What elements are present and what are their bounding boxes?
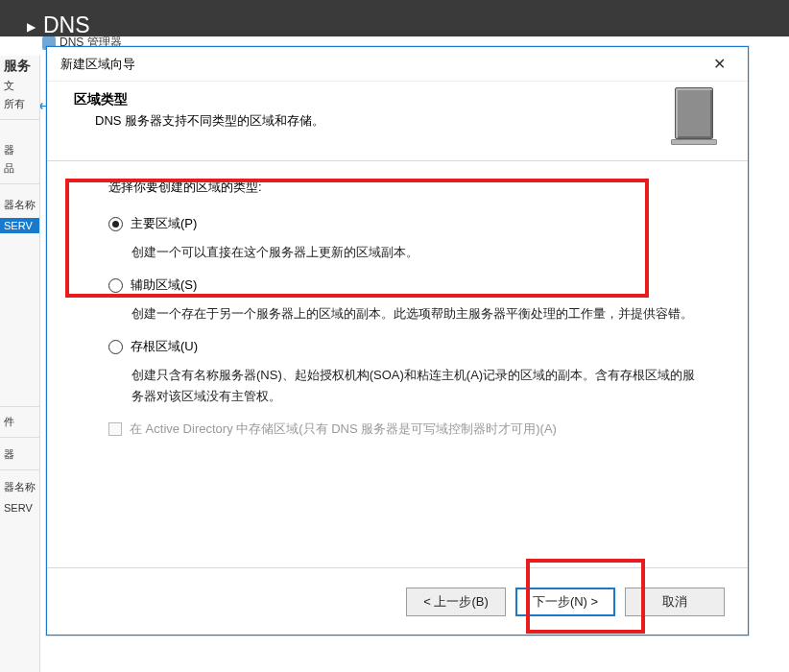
header-subtitle: DNS 服务器支持不同类型的区域和存储。 [95, 112, 665, 130]
option-stub-desc: 创建只含有名称服务器(NS)、起始授权机构(SOA)和粘连主机(A)记录的区域的… [132, 365, 705, 407]
header-title: 区域类型 [74, 91, 665, 108]
bg-app-title: DNS [43, 14, 90, 36]
left-item: 所有 [0, 95, 39, 113]
server-icon [675, 87, 729, 145]
dialog-titlebar: 新建区域向导 ✕ [47, 47, 748, 82]
left-item: 器名称 [0, 196, 39, 214]
left-item: 品 [0, 159, 39, 178]
wizard-dialog: 新建区域向导 ✕ 区域类型 DNS 服务器支持不同类型的区域和存储。 选择你要创… [46, 46, 749, 636]
left-item: 文 [0, 77, 39, 95]
dialog-header: 区域类型 DNS 服务器支持不同类型的区域和存储。 [47, 82, 748, 161]
left-item: 服务 [0, 56, 39, 77]
dialog-footer: < 上一步(B) 下一步(N) > 取消 [47, 567, 748, 635]
option-secondary-label: 辅助区域(S) [131, 276, 197, 294]
left-item: 器 [0, 141, 39, 159]
close-button[interactable]: ✕ [700, 51, 738, 78]
option-secondary[interactable]: 辅助区域(S) 创建一个存在于另一个服务器上的区域的副本。此选项帮助主服务器平衡… [108, 276, 713, 324]
option-stub-label: 存根区域(U) [131, 338, 198, 355]
chevron-right-icon: ▶ [27, 21, 36, 36]
bg-dark-band: ▶ DNS [0, 0, 789, 36]
option-primary[interactable]: 主要区域(P) 创建一个可以直接在这个服务器上更新的区域副本。 [108, 215, 713, 263]
option-primary-desc: 创建一个可以直接在这个服务器上更新的区域副本。 [132, 242, 705, 263]
option-stub[interactable]: 存根区域(U) 创建只含有名称服务器(NS)、起始授权机构(SOA)和粘连主机(… [108, 338, 713, 407]
cancel-button[interactable]: 取消 [625, 588, 725, 616]
left-item: 件 [0, 413, 39, 431]
option-primary-label: 主要区域(P) [131, 215, 197, 232]
dialog-body: 选择你要创建的区域的类型: 主要区域(P) 创建一个可以直接在这个服务器上更新的… [47, 161, 748, 576]
ad-storage-label: 在 Active Directory 中存储区域(只有 DNS 服务器是可写域控… [130, 420, 557, 438]
ad-storage-checkbox [108, 422, 122, 436]
option-secondary-desc: 创建一个存在于另一个服务器上的区域的副本。此选项帮助主服务器平衡处理的工作量，并… [132, 303, 705, 324]
close-icon: ✕ [713, 55, 726, 73]
radio-primary[interactable] [108, 217, 123, 231]
back-button[interactable]: < 上一步(B) [406, 588, 506, 616]
radio-stub[interactable] [108, 340, 123, 354]
left-item: SERV [0, 500, 39, 516]
left-item: 器名称 [0, 478, 39, 496]
dialog-title: 新建区域向导 [60, 56, 700, 73]
left-strip: 服务 文 所有 器 品 器名称 SERV 件 器 器名称 SERV [0, 56, 40, 672]
radio-secondary[interactable] [108, 278, 123, 293]
ad-storage-checkbox-row: 在 Active Directory 中存储区域(只有 DNS 服务器是可写域控… [108, 420, 713, 438]
left-item: 器 [0, 445, 39, 464]
select-type-label: 选择你要创建的区域的类型: [108, 179, 713, 196]
left-item-selected[interactable]: SERV [0, 218, 39, 233]
next-button[interactable]: 下一步(N) > [515, 588, 615, 616]
